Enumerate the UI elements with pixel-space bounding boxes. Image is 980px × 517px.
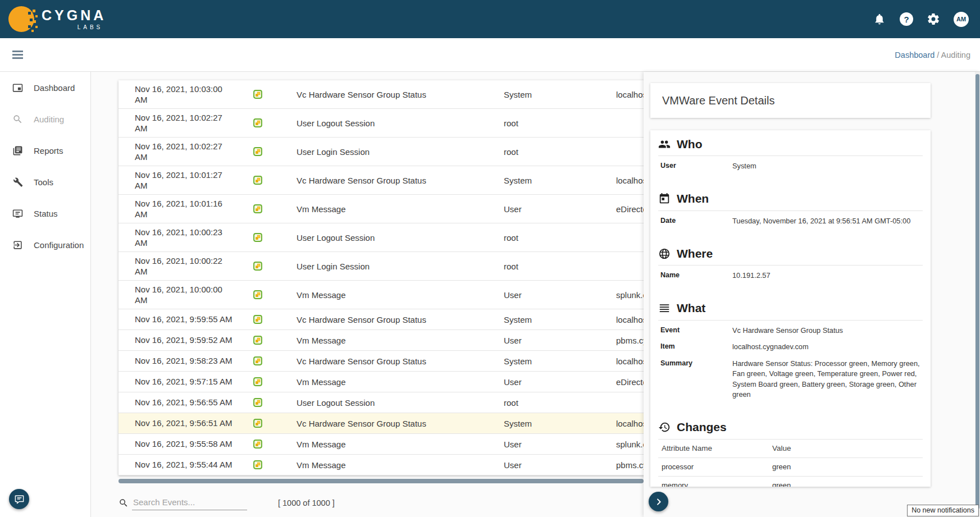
vertical-scrollbar-thumb[interactable] [976,74,979,509]
event-icon-cell [236,176,279,185]
sidebar-item-tools[interactable]: Tools [0,166,90,198]
changes-value: green [772,463,923,471]
event-details-panel: VMWare Event Details Who User System Whe… [644,72,980,517]
event-date-cell: Nov 16, 2021, 9:55:58 AM [118,438,236,450]
search-input[interactable] [132,496,247,510]
event-date-cell: Nov 16, 2021, 9:58:23 AM [118,355,236,367]
detail-label: Item [660,342,732,353]
cygna-logo-icon [6,3,38,35]
breadcrumb-dashboard[interactable]: Dashboard [895,51,935,60]
help-icon[interactable]: ? [900,12,913,26]
event-user-cell: User [504,440,616,449]
event-type-cell: User Logout Session [279,118,504,128]
event-date-cell: Nov 16, 2021, 10:01:16 AM [118,198,236,220]
vsphere-icon [253,176,262,185]
panel-title-card: VMWare Event Details [650,83,931,118]
event-type-cell: Vm Message [279,440,504,449]
event-user-cell: System [504,315,616,324]
changes-header-value: Value [772,444,923,452]
event-user-cell: root [504,147,616,157]
vsphere-icon [253,315,262,324]
event-date-cell: Nov 16, 2021, 9:59:52 AM [118,335,236,346]
event-type-cell: Vc Hardware Sensor Group Status [279,356,504,366]
event-date-cell: Nov 16, 2021, 9:55:44 AM [118,459,236,470]
event-user-cell: System [504,176,616,185]
sidebar-item-label: Configuration [34,240,84,250]
list-icon [658,302,671,314]
changes-row: memory green [658,477,923,487]
detail-label: Name [660,271,732,281]
sidebar-item-label: Reports [34,146,63,155]
event-icon-cell [236,262,279,271]
sidebar-item-status[interactable]: Status [0,198,90,229]
event-type-cell: Vm Message [279,460,504,470]
notifications-tooltip: No new notifications [907,505,979,516]
detail-label: Event [660,326,732,336]
sidebar-item-dashboard[interactable]: Dashboard [0,72,90,103]
detail-row: Item localhost.cygnadev.com [658,337,923,354]
event-icon-cell [236,290,279,299]
event-icon-cell [236,440,279,449]
search-icon [12,114,23,125]
vsphere-icon [253,398,262,407]
event-user-cell: System [504,356,616,366]
event-date-cell: Nov 16, 2021, 10:02:27 AM [118,141,236,163]
detail-row: Name 10.191.2.57 [658,266,923,282]
group-icon [658,138,671,150]
section-heading: Who [677,138,702,151]
event-icon-cell [236,204,279,213]
vsphere-icon [253,204,262,213]
detail-label: Summary [660,359,732,400]
menu-toggle-icon[interactable] [12,49,23,61]
sidebar-item-label: Dashboard [34,83,75,93]
event-icon-cell [236,419,279,428]
user-avatar[interactable]: AM [954,12,969,27]
event-date-cell: Nov 16, 2021, 10:00:22 AM [118,255,236,277]
detail-row: User System [658,156,923,173]
vsphere-icon [253,460,262,469]
vsphere-icon [253,290,262,299]
changes-value: green [772,481,923,487]
chat-button[interactable] [9,489,29,509]
event-user-cell: User [504,336,616,345]
configuration-icon [12,240,23,250]
changes-header-attribute: Attribute Name [662,444,772,452]
history-icon [658,421,671,433]
changes-attribute: memory [662,481,772,487]
horizontal-scrollbar[interactable] [118,479,644,483]
vsphere-icon [253,147,262,156]
detail-value: localhost.cygnadev.com [732,342,923,353]
event-type-cell: User Login Session [279,147,504,157]
sidebar-item-label: Tools [34,177,53,187]
event-date-cell: Nov 16, 2021, 10:00:23 AM [118,227,236,249]
sidebar-item-auditing[interactable]: Auditing [0,103,90,135]
brand-name: CYGNA [42,8,106,22]
event-type-cell: Vm Message [279,377,504,387]
event-icon-cell [236,118,279,127]
calendar-icon [658,193,671,205]
event-user-cell: root [504,233,616,243]
subheader: Dashboard / Auditing [0,38,980,72]
bell-icon[interactable] [873,12,886,26]
search-bar: [ 1000 of 1000 ] [118,493,335,513]
section-when: When [658,187,923,211]
vsphere-icon [253,118,262,127]
collapse-panel-button[interactable] [649,492,668,511]
breadcrumb-current: Auditing [941,51,970,60]
event-date-cell: Nov 16, 2021, 10:03:00 AM [118,84,236,106]
sidebar-item-reports[interactable]: Reports [0,135,90,166]
event-date-cell: Nov 16, 2021, 10:01:27 AM [118,170,236,191]
brand-wordmark: CYGNA LABS [42,8,106,30]
detail-value: Vc Hardware Sensor Group Status [732,326,923,336]
sidebar-item-configuration[interactable]: Configuration [0,229,90,260]
chat-icon [14,494,25,505]
panel-detail-card: Who User System When Date [650,130,931,487]
changes-attribute: processor [662,463,772,471]
event-type-cell: User Login Session [279,262,504,271]
vsphere-icon [253,233,262,242]
wrench-icon [12,177,23,187]
gear-icon[interactable] [927,12,940,26]
vsphere-icon [253,336,262,345]
changes-row: processor green [658,458,923,477]
changes-header-row: Attribute Name Value [658,440,923,458]
